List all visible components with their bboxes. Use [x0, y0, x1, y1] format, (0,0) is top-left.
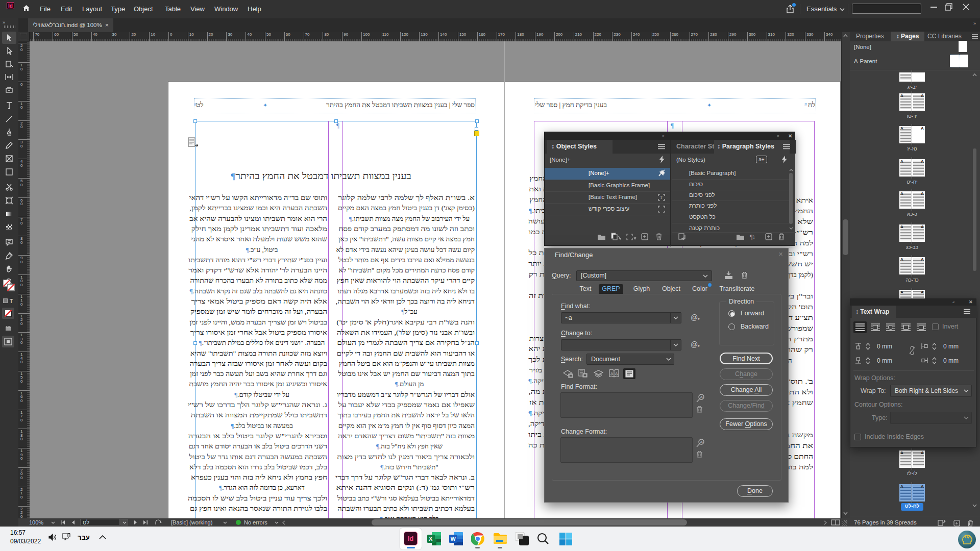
svg-text:X: X	[429, 536, 433, 542]
svg-text:A: A	[610, 371, 614, 376]
svg-text:A: A	[615, 371, 618, 376]
svg-text:A: A	[700, 395, 703, 399]
svg-text:T: T	[660, 195, 663, 200]
svg-text:W: W	[451, 536, 456, 542]
svg-text:A: A	[700, 440, 703, 444]
